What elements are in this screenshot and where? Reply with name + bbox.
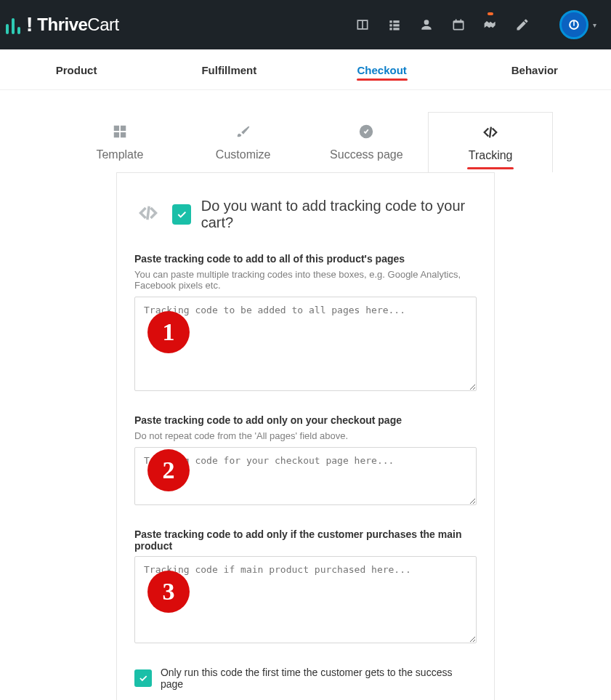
code-icon xyxy=(134,203,162,226)
code-icon xyxy=(429,124,552,143)
header-icon-row: ▾ xyxy=(355,10,596,39)
sub-tabs: Template Customize Success page Tracking xyxy=(58,112,553,172)
field-checkout-page: Paste tracking code to add only on your … xyxy=(134,414,477,508)
tab-fulfillment[interactable]: Fulfillment xyxy=(153,49,305,89)
only-run-row: Only run this code the first time the cu… xyxy=(134,667,477,690)
subtab-label: Success page xyxy=(330,148,403,161)
only-run-checkbox[interactable] xyxy=(134,669,152,687)
chevron-down-icon: ▾ xyxy=(593,21,596,29)
annotation-badge-3: 3 xyxy=(147,571,190,613)
annotation-badge-2: 2 xyxy=(147,449,190,491)
list-icon[interactable] xyxy=(387,17,402,33)
svg-rect-1 xyxy=(573,21,575,26)
field-help: Do not repeat code from the 'All pages' … xyxy=(134,430,477,441)
tab-product[interactable]: Product xyxy=(0,49,153,89)
brand-name: ThriveCart xyxy=(37,15,118,35)
subtab-tracking[interactable]: Tracking xyxy=(428,112,553,172)
check-circle-icon xyxy=(305,124,429,142)
account-menu[interactable]: ▾ xyxy=(559,10,596,39)
field-label: Paste tracking code to add to all of thi… xyxy=(134,253,477,265)
subtab-label: Template xyxy=(96,148,143,161)
main-tabs: Product Fulfillment Checkout Behavior xyxy=(0,49,611,90)
subtab-customize[interactable]: Customize xyxy=(182,112,305,172)
annotation-badge-1: 1 xyxy=(147,311,190,353)
subtab-success[interactable]: Success page xyxy=(305,112,429,172)
enable-tracking-checkbox[interactable] xyxy=(172,204,191,225)
avatar-icon xyxy=(559,10,588,39)
edit-icon[interactable] xyxy=(514,17,530,33)
brand-logo[interactable]: ! ThriveCart xyxy=(6,13,119,36)
logo-bars-icon xyxy=(6,15,20,34)
field-label: Paste tracking code to add only if the c… xyxy=(134,528,477,552)
tab-checkout[interactable]: Checkout xyxy=(306,49,458,89)
calendar-icon[interactable] xyxy=(450,17,466,33)
tab-behavior[interactable]: Behavior xyxy=(458,49,611,89)
tracking-panel: Do you want to add tracking code to your… xyxy=(116,172,495,700)
handshake-icon[interactable] xyxy=(482,17,498,33)
field-label: Paste tracking code to add only on your … xyxy=(134,414,477,426)
subtab-template[interactable]: Template xyxy=(58,112,182,172)
brush-icon xyxy=(182,124,305,142)
grid-icon xyxy=(58,124,182,142)
user-icon[interactable] xyxy=(418,17,434,33)
subtab-label: Customize xyxy=(216,148,271,161)
logo-mark: ! xyxy=(26,13,33,36)
only-run-label: Only run this code the first time the cu… xyxy=(161,667,477,690)
panel-title: Do you want to add tracking code to your… xyxy=(201,198,477,231)
layout-icon[interactable] xyxy=(355,17,371,33)
field-all-pages: Paste tracking code to add to all of thi… xyxy=(134,253,477,394)
subtab-label: Tracking xyxy=(469,149,513,161)
top-bar: ! ThriveCart ▾ xyxy=(0,0,611,49)
field-main-product: Paste tracking code to add only if the c… xyxy=(134,528,477,646)
field-help: You can paste multiple tracking codes in… xyxy=(134,269,477,291)
notification-dot xyxy=(487,12,493,15)
